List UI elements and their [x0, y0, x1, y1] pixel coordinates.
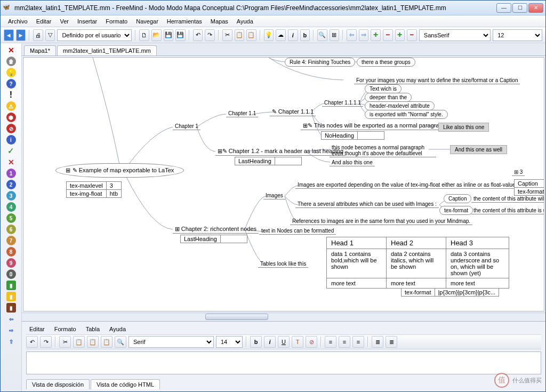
scroll-thumb[interactable]	[205, 314, 268, 320]
paste-icon[interactable]: 📋	[246, 29, 256, 41]
menu-editar[interactable]: Editar	[33, 17, 55, 26]
prio9-icon[interactable]: 9	[6, 258, 16, 268]
node-c1[interactable]: Chapter 1	[173, 123, 200, 130]
e-cut-icon[interactable]: ✂	[59, 336, 71, 348]
filter-icon[interactable]: ▽	[45, 29, 55, 41]
node-p3[interactable]: header-maxlevel attribute	[365, 101, 435, 110]
example-table[interactable]: Head 1Head 2Head 3 data 1 contains bold,…	[326, 237, 509, 289]
grid-icon-node[interactable]: ⊞ 3	[512, 169, 525, 176]
save-icon[interactable]: 💾	[164, 29, 174, 41]
emenu-formato[interactable]: Formato	[51, 325, 79, 333]
ok-icon[interactable]: ✓	[6, 146, 16, 156]
e-find-icon[interactable]: 🔍	[115, 336, 126, 348]
node-imgcap[interactable]: For your images you may want to define t…	[354, 77, 520, 84]
cloud-icon[interactable]: ☁	[276, 29, 286, 41]
root-node[interactable]: ⊞✎ Example of map exportable to LaTex	[55, 163, 184, 178]
info-icon[interactable]: i	[6, 135, 16, 145]
italic-button[interactable]: i	[288, 29, 298, 41]
undo-icon[interactable]: ↶	[193, 29, 203, 41]
idea-icon[interactable]: 💡	[264, 29, 274, 41]
lastheading-table[interactable]: LastHeading	[235, 157, 302, 165]
flag-brown-icon[interactable]: ▮	[6, 303, 16, 313]
texformat-table[interactable]: tex-format|p{3cm}|p{3cm}|p{3c...	[401, 288, 499, 297]
minimize-button[interactable]: —	[496, 3, 511, 13]
node-images[interactable]: Images	[263, 192, 285, 199]
prio2-icon[interactable]: 2	[6, 180, 16, 189]
menu-mapas[interactable]: Mapas	[207, 17, 231, 26]
prio6-icon[interactable]: 6	[6, 225, 16, 234]
menu-herramientas[interactable]: Herramientas	[164, 17, 205, 26]
noheading-table[interactable]: NoHeading	[321, 131, 384, 140]
node-texfmt-txt[interactable]: the content of this attribute is used	[471, 207, 544, 214]
stop-icon[interactable]: ⬢	[6, 113, 16, 122]
font-select[interactable]: SansSerif	[419, 29, 491, 41]
menu-navegar[interactable]: Navegar	[133, 17, 162, 26]
e-paste-icon[interactable]: 📋	[87, 336, 99, 348]
e-color-icon[interactable]: T	[292, 336, 303, 348]
important-icon[interactable]: !	[6, 90, 16, 100]
node-c111[interactable]: ✎ Chapter 1.1.1	[270, 108, 316, 116]
zoom-select[interactable]: Definido por el usuario.	[57, 29, 132, 41]
node-p4[interactable]: is exported with "Normal" style.	[365, 110, 448, 119]
node-img3[interactable]: References to images are in the same for…	[290, 218, 472, 225]
notok-icon[interactable]: ✕	[6, 157, 16, 167]
plus-icon[interactable]: ✚	[371, 29, 381, 41]
close-button[interactable]: ✕	[528, 3, 543, 13]
note-textarea[interactable]	[26, 351, 541, 374]
node-c12[interactable]: ⊞✎ Chapter 1.2 - mark a header as last h…	[215, 147, 346, 156]
plus2-icon[interactable]: ✚	[395, 29, 405, 41]
copy-icon[interactable]: 📋	[235, 29, 245, 41]
nav-fwd-icon[interactable]: ►	[16, 29, 26, 41]
node-p1[interactable]: Text wich is	[365, 84, 402, 93]
redo-icon[interactable]: ↷	[205, 29, 215, 41]
node-n3[interactable]: And this one as well	[450, 145, 507, 154]
tab-layout-view[interactable]: Vista de disposición	[26, 379, 90, 389]
e-italic-button[interactable]: i	[264, 336, 276, 348]
idea-side-icon[interactable]: 💡	[6, 68, 16, 77]
menu-archivo[interactable]: Archivo	[5, 17, 31, 26]
prio5-icon[interactable]: 5	[6, 213, 16, 223]
arrow-l-icon[interactable]: ⇦	[6, 314, 16, 324]
mindmap-canvas[interactable]: Rule 4: Finishing Touches there a these …	[23, 57, 544, 311]
open-icon[interactable]: 📂	[151, 29, 162, 41]
menu-insertar[interactable]: Insertar	[74, 17, 100, 26]
menu-ver[interactable]: Ver	[57, 17, 72, 26]
fontsize-select[interactable]: 12	[493, 29, 542, 41]
node-like[interactable]: Like also this one	[438, 123, 489, 132]
node-c2[interactable]: ⊞ Chapter 2: richcontent nodes	[173, 225, 259, 234]
node-img2[interactable]: There a several attributes which can be …	[295, 201, 439, 208]
node-img1[interactable]: Images are exported depending on the val…	[295, 181, 518, 189]
node-n1[interactable]: this node becomes a normal paragraph eve…	[330, 144, 436, 157]
node-rule4[interactable]: Rule 4: Finishing Touches	[285, 58, 355, 67]
node-texfmt[interactable]: tex-format	[439, 206, 473, 215]
no-icon[interactable]: ⊘	[6, 124, 16, 133]
emenu-editar[interactable]: Editar	[26, 325, 48, 333]
c2-lasthead-table[interactable]: LastHeading	[180, 235, 247, 243]
prio4-icon[interactable]: 4	[6, 202, 16, 212]
e-paste2-icon[interactable]: 📋	[101, 336, 113, 348]
root-attr-table[interactable]: tex-maxlevel3 tex-img-floathtb	[66, 181, 122, 198]
grid-icon[interactable]: ⊞	[330, 29, 340, 41]
emenu-tabla[interactable]: Tabla	[83, 325, 103, 333]
nav-back-icon[interactable]: ◄	[4, 29, 14, 41]
minus-icon[interactable]: ━	[383, 29, 393, 41]
tab-html-view[interactable]: Vista de código HTML	[91, 379, 160, 389]
menu-ayuda[interactable]: Ayuda	[234, 17, 256, 26]
h-scrollbar[interactable]	[22, 313, 545, 321]
e-bold-button[interactable]: b	[250, 336, 262, 348]
e-fontsize-select[interactable]: 14	[216, 336, 243, 348]
node-p2[interactable]: deeper than the	[365, 93, 412, 102]
tab-template[interactable]: mm2latex_latin1_TEMPLATE.mm	[57, 45, 157, 55]
node-tables[interactable]: Tables look like this	[258, 260, 308, 268]
e-redo-icon[interactable]: ↷	[40, 336, 52, 348]
prio1-icon[interactable]: 1	[6, 169, 16, 178]
node-rule4b[interactable]: there a these groups	[357, 58, 415, 67]
caption-table[interactable]: CaptionTi tex-formatsc	[514, 179, 544, 196]
node-caption-txt[interactable]: the content of this attribute will be us	[471, 195, 544, 203]
flag-green-icon[interactable]: ▮	[6, 281, 16, 290]
node-c11[interactable]: Chapter 1.1	[226, 110, 258, 117]
e-align-center-icon[interactable]: ≡	[339, 336, 350, 348]
arrow-left-icon[interactable]: ⇦	[347, 29, 357, 41]
node-n2[interactable]: And also this one	[330, 159, 375, 166]
e-clear-icon[interactable]: ⊘	[306, 336, 317, 348]
